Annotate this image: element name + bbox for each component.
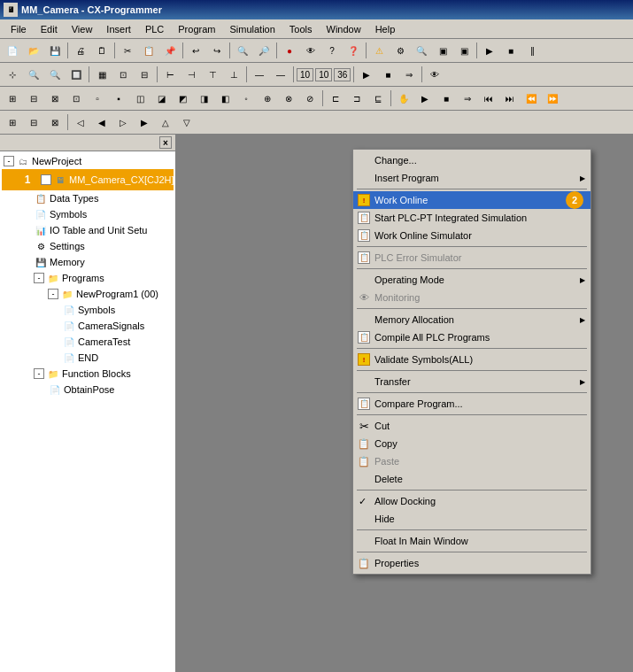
tb3-prog4[interactable]: ⊡	[66, 89, 86, 108]
tb4-2[interactable]: ⊟	[24, 112, 43, 132]
tb2-grid[interactable]: ▦	[92, 65, 112, 84]
tb3-stop3[interactable]: ■	[436, 89, 456, 108]
settings-button[interactable]: ⚙	[390, 41, 410, 60]
tb4-1[interactable]: ⊞	[3, 112, 22, 132]
ctx-validate-symbols[interactable]: ! Validate Symbols(ALL)	[353, 351, 591, 368]
programs-expand[interactable]: -	[34, 273, 44, 283]
new-button[interactable]: 📄	[3, 41, 22, 60]
tree-cameratest[interactable]: 📄 CameraTest	[2, 334, 174, 350]
ctx-float-main[interactable]: Float In Main Window	[353, 532, 591, 550]
tb4-6[interactable]: ▷	[113, 112, 133, 132]
tb3-prog15[interactable]: ⊘	[300, 89, 320, 108]
tb3-prog7[interactable]: ◫	[130, 89, 150, 108]
run-button[interactable]: ▶	[480, 41, 499, 60]
tb3-next[interactable]: ⏭	[500, 89, 520, 108]
tree-programs[interactable]: - 📁 Programs	[2, 270, 174, 286]
stop-button[interactable]: ■	[501, 41, 521, 60]
tb4-5[interactable]: ◀	[92, 112, 112, 132]
help2-button[interactable]: ❓	[344, 41, 363, 60]
ctx-copy[interactable]: 📋 Copy	[353, 435, 591, 452]
tb2-snap[interactable]: ⊡	[113, 65, 133, 84]
find-next-button[interactable]: 🔎	[254, 41, 274, 60]
tree-close-button[interactable]: ×	[159, 136, 172, 149]
tb3-ff[interactable]: ⏩	[543, 89, 562, 108]
tb4-7[interactable]: ▶	[135, 112, 154, 132]
tb4-4[interactable]: ◁	[71, 112, 90, 132]
undo-button[interactable]: ↩	[186, 41, 205, 60]
menu-view[interactable]: View	[65, 22, 100, 36]
menu-edit[interactable]: Edit	[34, 22, 65, 36]
tb2-run2[interactable]: ▶	[357, 65, 376, 84]
redo-button[interactable]: ↪	[207, 41, 227, 60]
tb2-monitor2[interactable]: 👁	[425, 65, 444, 84]
tree-memory[interactable]: 💾 Memory	[2, 254, 174, 270]
ctx-start-sim[interactable]: 📋 Start PLC-PT Integrated Simulation	[353, 209, 591, 227]
tb2-fit[interactable]: 🔲	[66, 65, 86, 84]
ctx-hide[interactable]: Hide	[353, 510, 591, 528]
warn-button[interactable]: ⚠	[369, 41, 389, 60]
tree-plc-node[interactable]: 1 - 🖥 MM_Camera_CX[CJ2H] Off	[2, 169, 174, 190]
tb3-prog6[interactable]: ▪	[109, 89, 128, 108]
ctx-operating-mode[interactable]: Operating Mode ▶	[353, 271, 591, 289]
help-button[interactable]: ?	[322, 41, 342, 60]
tb4-3[interactable]: ⊠	[45, 112, 65, 132]
print-button[interactable]: 🖨	[71, 41, 90, 60]
tree-np-symbols[interactable]: 📄 Symbols	[2, 302, 174, 318]
tree-iotable[interactable]: 📊 IO Table and Unit Setu	[2, 222, 174, 238]
tb4-8[interactable]: △	[156, 112, 175, 132]
tb2-zoom-out[interactable]: 🔍	[45, 65, 65, 84]
tb3-sym2[interactable]: ⊐	[347, 89, 367, 108]
menu-simulation[interactable]: Simulation	[222, 22, 282, 36]
tb3-rew[interactable]: ⏪	[521, 89, 541, 108]
tb3-prog11[interactable]: ◧	[215, 89, 235, 108]
tree-datatypes[interactable]: 📋 Data Types	[2, 190, 174, 206]
tree-camerasignals[interactable]: 📄 CameraSignals	[2, 318, 174, 334]
tb3-run3[interactable]: ▶	[415, 89, 435, 108]
tb2-ladder3[interactable]: ⊤	[203, 65, 222, 84]
tb2-stop2[interactable]: ■	[378, 65, 398, 84]
tree-settings[interactable]: ⚙ Settings	[2, 238, 174, 254]
paste-button[interactable]: 📌	[160, 41, 180, 60]
ctx-change[interactable]: Change...	[353, 151, 591, 169]
menu-tools[interactable]: Tools	[282, 22, 320, 36]
ctx-work-online[interactable]: ! Work Online 2	[353, 191, 591, 209]
ctx-memory-allocation[interactable]: Memory Allocation ▶	[353, 311, 591, 328]
tb3-sym1[interactable]: ⊏	[326, 89, 345, 108]
monitor-button[interactable]: 👁	[301, 41, 320, 60]
tb2-ladder2[interactable]: ⊣	[181, 65, 201, 84]
tb2-num1[interactable]: 10	[297, 68, 313, 81]
menu-insert[interactable]: Insert	[99, 22, 138, 36]
tb2-coil[interactable]: —	[250, 65, 269, 84]
tb2-ladder4[interactable]: ⊥	[224, 65, 243, 84]
tb3-prog8[interactable]: ◪	[151, 89, 171, 108]
menu-program[interactable]: Program	[171, 22, 222, 36]
tree-root[interactable]: - 🗂 NewProject	[2, 153, 174, 169]
tb3-prog13[interactable]: ⊕	[258, 89, 277, 108]
find-button[interactable]: 🔍	[233, 41, 252, 60]
ctx-allow-docking[interactable]: ✓ Allow Docking	[353, 492, 591, 510]
menu-window[interactable]: Window	[320, 22, 368, 36]
tb3-hand[interactable]: ✋	[394, 89, 413, 108]
copy-button[interactable]: 📋	[139, 41, 158, 60]
tb3-sym3[interactable]: ⊑	[368, 89, 388, 108]
ctx-insert-program[interactable]: Insert Program ▶	[353, 169, 591, 187]
ctx-properties[interactable]: 📋 Properties	[353, 554, 591, 572]
tb2-zoom-in[interactable]: 🔍	[24, 65, 43, 84]
save-button[interactable]: 💾	[45, 41, 65, 60]
tb3-prog1[interactable]: ⊞	[3, 89, 22, 108]
plc-expand[interactable]: -	[41, 174, 51, 185]
tb3-prog2[interactable]: ⊟	[24, 89, 43, 108]
tb2-num2[interactable]: 10	[315, 68, 332, 81]
tb3-prog3[interactable]: ⊠	[45, 89, 65, 108]
tree-funcblocks[interactable]: - 📁 Function Blocks	[2, 366, 174, 382]
tb2-select[interactable]: ⊹	[3, 65, 22, 84]
menu-help[interactable]: Help	[368, 22, 403, 36]
online-button[interactable]: ●	[280, 41, 299, 60]
ctx-compare-program[interactable]: 📋 Compare Program...	[353, 395, 591, 413]
ctx-compile-all[interactable]: 📋 Compile All PLC Programs	[353, 328, 591, 346]
tb4-9[interactable]: ▽	[177, 112, 197, 132]
ctx-transfer[interactable]: Transfer ▶	[353, 373, 591, 390]
open-button[interactable]: 📂	[24, 41, 43, 60]
tb2-align[interactable]: ⊟	[135, 65, 154, 84]
root-expand[interactable]: -	[4, 156, 14, 166]
